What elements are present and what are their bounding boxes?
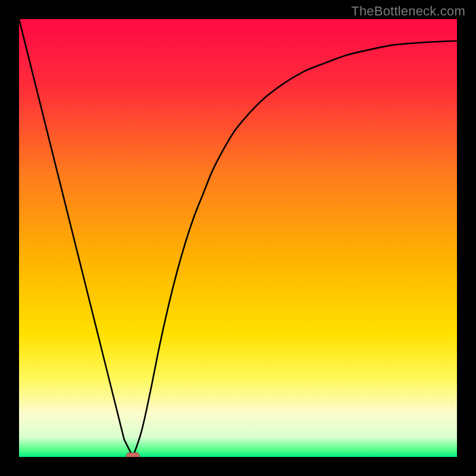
minimum-marker <box>126 453 139 457</box>
chart-frame <box>19 19 457 457</box>
bottleneck-chart <box>19 19 457 457</box>
gradient-background <box>19 19 457 457</box>
watermark-text: TheBottleneck.com <box>351 4 465 19</box>
